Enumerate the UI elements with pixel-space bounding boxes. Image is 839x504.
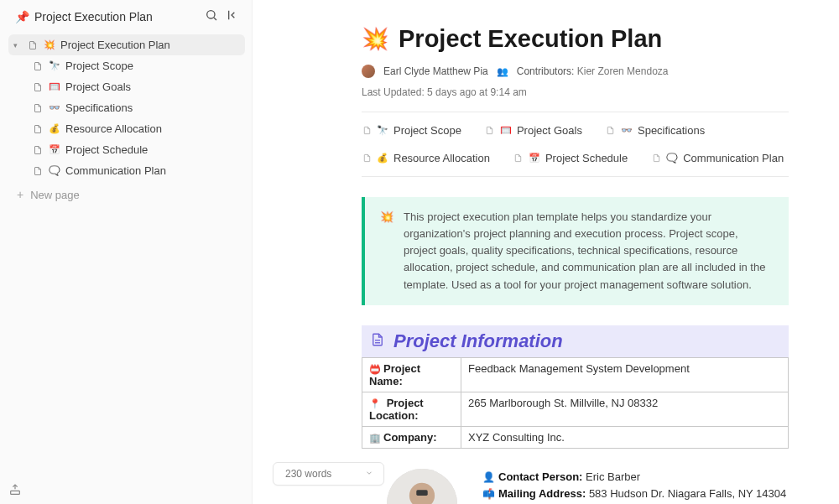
page-icon [485, 125, 495, 137]
page-icon [27, 39, 39, 51]
page-icon [32, 60, 44, 72]
table-row[interactable]: 🏢Company: XYZ Consulting Inc. [362, 426, 789, 448]
page-emoji: 💥 [44, 39, 55, 50]
word-count-dropdown[interactable]: 230 words [273, 462, 384, 486]
doc-title[interactable]: Project Execution Plan [399, 25, 662, 53]
contact-block[interactable]: 👤Contact Person: Eric Barber 📫Mailing Ad… [362, 469, 789, 504]
callout-emoji: 💥 [380, 209, 393, 294]
page-icon [32, 102, 44, 114]
svg-rect-3 [11, 491, 20, 494]
page-emoji: 🗨️ [49, 165, 60, 176]
page-emoji: 🔭 [49, 60, 60, 71]
cell-value[interactable]: XYZ Consulting Inc. [461, 426, 789, 448]
page-emoji: 🥅 [500, 125, 512, 136]
tree-item-label: Project Goals [65, 81, 131, 93]
page-icon [32, 144, 44, 156]
new-page-label: New page [30, 189, 80, 201]
people-icon: 👥 [497, 66, 508, 77]
tree-item-label: Resource Allocation [65, 122, 162, 135]
collapse-sidebar-icon[interactable] [227, 8, 240, 24]
contact-avatar [387, 469, 457, 504]
svg-rect-8 [416, 490, 427, 496]
contact-person-label: Contact Person: [498, 470, 582, 483]
tree-item-label: Project Scope [65, 60, 133, 72]
page-icon [32, 81, 44, 93]
page-emoji: 📅 [49, 144, 60, 155]
subpage-label: Communication Plan [683, 152, 784, 164]
contributors[interactable]: Kier Zoren Mendoza [577, 65, 669, 77]
doc-meta: Earl Clyde Matthew Pia 👥 Contributors: K… [362, 65, 789, 98]
divider [362, 176, 789, 177]
word-count-label: 230 words [285, 468, 331, 480]
search-icon[interactable] [205, 8, 218, 24]
section-header[interactable]: Project Information [362, 325, 789, 357]
subpage-link[interactable]: 🗨️Communication Plan [651, 152, 784, 164]
plus-icon: + [17, 188, 23, 201]
subpage-link[interactable]: 📅Project Schedule [513, 152, 628, 164]
page-emoji: 💰 [377, 153, 388, 164]
tree-item-label: Project Schedule [65, 143, 148, 156]
subpage-link[interactable]: 🔭Project Scope [362, 124, 461, 137]
page-icon [362, 125, 372, 137]
mailing-address: 583 Hudson Dr. Niagara Falls, NY 14304 [589, 487, 786, 500]
tree-item[interactable]: 🔭 Project Scope [8, 55, 245, 76]
author-avatar[interactable] [362, 65, 375, 78]
table-row[interactable]: 📛Project Name: Feedback Management Syste… [362, 357, 789, 392]
main-content: 💥 Project Execution Plan Earl Clyde Matt… [253, 0, 839, 504]
subpage-links: 🔭Project Scope 🥅Project Goals 👓Specifica… [362, 124, 789, 164]
info-table[interactable]: 📛Project Name: Feedback Management Syste… [362, 357, 789, 449]
sidebar-title-wrap[interactable]: 📌 Project Execution Plan [15, 10, 153, 23]
subpage-label: Project Schedule [545, 152, 628, 164]
sidebar-app-title: Project Execution Plan [34, 10, 153, 23]
cell-value[interactable]: Feedback Management System Development [461, 357, 789, 392]
document-icon [370, 331, 385, 351]
mailbox-icon: 📫 [482, 488, 495, 500]
cell-value[interactable]: 265 Marlborough St. Millville, NJ 08332 [461, 392, 789, 426]
tree-item[interactable]: 📅 Project Schedule [8, 139, 245, 160]
page-tree: ▾ 💥 Project Execution Plan 🔭 Project Sco… [0, 31, 252, 210]
page-icon [362, 153, 372, 164]
cell-emoji: 🏢 [369, 433, 381, 443]
cell-emoji: 📛 [369, 364, 381, 374]
doc-emoji[interactable]: 💥 [362, 26, 388, 52]
contributors-label: Contributors: [517, 65, 575, 77]
tree-item[interactable]: 💰 Resource Allocation [8, 118, 245, 139]
tree-item-root[interactable]: ▾ 💥 Project Execution Plan [8, 34, 245, 55]
tree-item[interactable]: 👓 Specifications [8, 97, 245, 118]
last-updated: 5 days ago at 9:14 am [427, 86, 527, 98]
subpage-link[interactable]: 👓Specifications [606, 124, 705, 137]
page-icon [32, 165, 44, 177]
callout-text: This project execution plan template hel… [404, 209, 774, 294]
page-emoji: 👓 [49, 102, 60, 113]
tree-item-label: Specifications [65, 101, 133, 114]
tree-item[interactable]: 🥅 Project Goals [8, 76, 245, 97]
subpage-label: Specifications [638, 124, 705, 137]
subpage-link[interactable]: 🥅Project Goals [485, 124, 582, 137]
tree-item-label: Project Execution Plan [60, 39, 170, 51]
subpage-link[interactable]: 💰Resource Allocation [362, 152, 490, 164]
new-page-button[interactable]: + New page [8, 181, 245, 206]
section-title: Project Information [393, 330, 563, 352]
export-icon[interactable] [8, 483, 22, 499]
callout-block[interactable]: 💥 This project execution plan template h… [362, 197, 789, 305]
last-updated-label: Last Updated: [362, 86, 425, 98]
subpage-label: Resource Allocation [393, 152, 490, 164]
sidebar-header: 📌 Project Execution Plan [0, 0, 252, 31]
page-icon [606, 125, 616, 137]
pin-icon: 📌 [15, 10, 29, 23]
svg-line-1 [214, 18, 216, 20]
caret-down-icon[interactable]: ▾ [13, 41, 22, 49]
tree-item-label: Communication Plan [65, 164, 166, 177]
contact-details: 👤Contact Person: Eric Barber 📫Mailing Ad… [482, 469, 786, 504]
mailing-label: Mailing Address: [498, 487, 586, 500]
table-row[interactable]: 📍 Project Location: 265 Marlborough St. … [362, 392, 789, 426]
tree-item[interactable]: 🗨️ Communication Plan [8, 160, 245, 181]
cell-emoji: 📍 [369, 398, 381, 408]
cell-label: Company: [383, 431, 437, 444]
chevron-down-icon [365, 468, 373, 480]
page-emoji: 💰 [49, 123, 60, 134]
subpage-label: Project Scope [393, 124, 461, 137]
person-icon: 👤 [482, 471, 495, 483]
contact-person: Eric Barber [586, 470, 640, 483]
author-name[interactable]: Earl Clyde Matthew Pia [383, 65, 488, 77]
